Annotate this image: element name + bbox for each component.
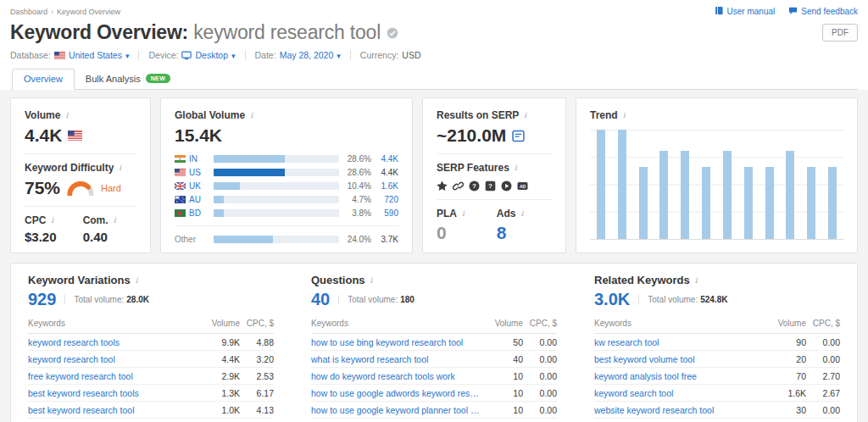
results-on-serp-card: Results on SERP ~210.0M SERP Features ??… <box>422 97 566 253</box>
keyword-link[interactable]: best keyword research tools <box>28 388 204 398</box>
keyword-link[interactable]: how to use bing keyword research tool <box>311 337 487 347</box>
tab-bulk-analysis[interactable]: Bulk Analysis NEW <box>75 69 181 89</box>
country-share: 10.4% <box>339 181 371 191</box>
au-flag-icon <box>175 196 189 203</box>
database-filter[interactable]: Database: United States <box>10 50 129 60</box>
keyword-table-row: website keyword research tool300.00 <box>594 402 840 419</box>
keyword-link[interactable]: best keyword volume tool <box>594 354 771 364</box>
date-filter[interactable]: Date: May 28, 2020 <box>245 50 341 60</box>
link-icon[interactable] <box>453 180 464 192</box>
tab-overview[interactable]: Overview <box>12 69 75 90</box>
keyword-link[interactable]: how to use google adwords keyword resear… <box>311 388 487 398</box>
keyword-link[interactable]: how to use google keyword planner tool f… <box>311 405 487 415</box>
global-volume-card: Global Volume 15.4K IN28.6%4.4KUS28.6%4.… <box>160 97 413 253</box>
question-circle-icon[interactable]: ? <box>469 180 480 192</box>
trend-bar <box>723 151 732 239</box>
info-icon[interactable] <box>520 209 523 218</box>
info-icon[interactable] <box>136 276 138 285</box>
keyword-cpc: 0.00 <box>523 354 557 364</box>
keyword-link[interactable]: free keyword research tool <box>28 371 204 381</box>
keyword-cpc: 2.70 <box>806 371 840 381</box>
ads-icon[interactable]: AD <box>517 180 528 192</box>
star-icon[interactable] <box>437 180 448 192</box>
breadcrumb-dashboard[interactable]: Dashboard <box>10 8 47 16</box>
volume-bar-track <box>214 155 339 163</box>
info-icon[interactable] <box>623 111 626 119</box>
country-volume-row: US28.6%4.4K <box>175 165 398 179</box>
keyword-link[interactable]: website keyword research tool <box>594 405 771 415</box>
country-link[interactable]: AU <box>189 195 214 204</box>
keyword-link[interactable]: best keyword research tool <box>28 405 204 415</box>
section-title: Keyword Variations <box>28 274 131 286</box>
database-value[interactable]: United States <box>69 50 122 60</box>
breadcrumb-separator-icon: › <box>51 8 53 16</box>
volume-bar-track <box>214 182 339 190</box>
device-value[interactable]: Desktop <box>195 50 228 60</box>
country-link[interactable]: US <box>189 168 214 177</box>
global-volume-label: Global Volume <box>175 109 245 121</box>
keyword-cpc: 0.00 <box>523 405 557 415</box>
keyword-table-row: how to use bing keyword research tool500… <box>311 334 557 351</box>
send-feedback-link[interactable]: Send feedback <box>788 6 858 17</box>
keyword-link[interactable]: keyword research tool <box>28 354 204 364</box>
questions-section: Questions 40 Total volume:180 KeywordsVo… <box>311 274 557 422</box>
serp-list-icon[interactable] <box>512 130 525 142</box>
keyword-volume: 40 <box>487 354 523 364</box>
keyword-count-link[interactable]: 3.0K <box>594 290 638 309</box>
country-volume-link[interactable]: 4.4K <box>371 154 398 164</box>
volume-bar-track <box>214 209 339 217</box>
country-volume-link[interactable]: 590 <box>371 208 398 218</box>
info-icon[interactable] <box>524 111 526 119</box>
country-link[interactable]: IN <box>189 154 214 164</box>
info-icon[interactable] <box>65 111 68 119</box>
country-share: 4.7% <box>339 195 371 204</box>
keyword-link[interactable]: what is keyword research tool <box>311 354 487 364</box>
table-header: KeywordsVolumeCPC, $ <box>311 311 557 334</box>
info-icon[interactable] <box>462 209 465 218</box>
country-volume-link[interactable]: 720 <box>371 195 398 204</box>
keyword-count-link[interactable]: 40 <box>311 290 338 309</box>
trend-bar <box>681 151 689 239</box>
volume-bar <box>214 155 285 163</box>
device-filter[interactable]: Device: Desktop <box>138 50 235 60</box>
keyword-link[interactable]: how do keyword research tools work <box>311 371 487 381</box>
volume-bar <box>214 236 273 243</box>
ads-value[interactable]: 8 <box>497 223 552 243</box>
info-icon[interactable] <box>119 164 121 172</box>
keyword-link[interactable]: kw research tool <box>594 337 771 347</box>
pla-label: PLA <box>437 208 457 219</box>
keyword-link[interactable]: keyword research tools <box>28 337 204 347</box>
in-flag-icon <box>175 155 189 163</box>
country-link[interactable]: UK <box>189 181 214 191</box>
trend-bar <box>807 167 815 239</box>
info-icon[interactable] <box>370 276 373 285</box>
keyword-cpc: 4.88 <box>240 337 274 347</box>
global-volume-value: 15.4K <box>175 125 222 146</box>
keyword-link[interactable]: keyword analysis tool free <box>594 371 771 381</box>
user-manual-link[interactable]: User manual <box>715 6 776 17</box>
country-link[interactable]: BD <box>189 208 214 218</box>
trend-card: Trend <box>576 97 858 253</box>
date-value[interactable]: May 28, 2020 <box>280 50 334 60</box>
country-volume-row: IN28.6%4.4K <box>175 152 398 165</box>
breadcrumb-current: Keyword Overview <box>57 8 120 16</box>
keyword-cpc: 0.00 <box>523 388 557 398</box>
info-icon[interactable] <box>515 164 517 172</box>
cpc-value: $3.20 <box>25 230 83 244</box>
keyword-link[interactable]: keyword search tool <box>594 388 771 398</box>
keyword-count-link[interactable]: 929 <box>28 290 64 309</box>
question-square-icon[interactable]: ? <box>485 180 496 192</box>
keyword-table-row: kw research tool900.00 <box>594 334 840 351</box>
us-flag-icon <box>175 169 189 176</box>
bd-flag-icon <box>175 209 189 217</box>
video-icon[interactable] <box>501 180 512 192</box>
keyword-table-row: how to use google keyword planner tool f… <box>311 402 557 419</box>
country-volume-link[interactable]: 1.6K <box>371 181 398 191</box>
info-icon[interactable] <box>51 216 53 225</box>
keyword-variations-section: Keyword Variations 929 Total volume:28.0… <box>28 274 274 422</box>
info-icon[interactable] <box>250 111 253 119</box>
pdf-export-button[interactable]: PDF <box>822 24 858 42</box>
keyword-volume: 50 <box>487 337 523 347</box>
info-icon[interactable] <box>695 276 698 285</box>
info-icon[interactable] <box>114 216 116 225</box>
